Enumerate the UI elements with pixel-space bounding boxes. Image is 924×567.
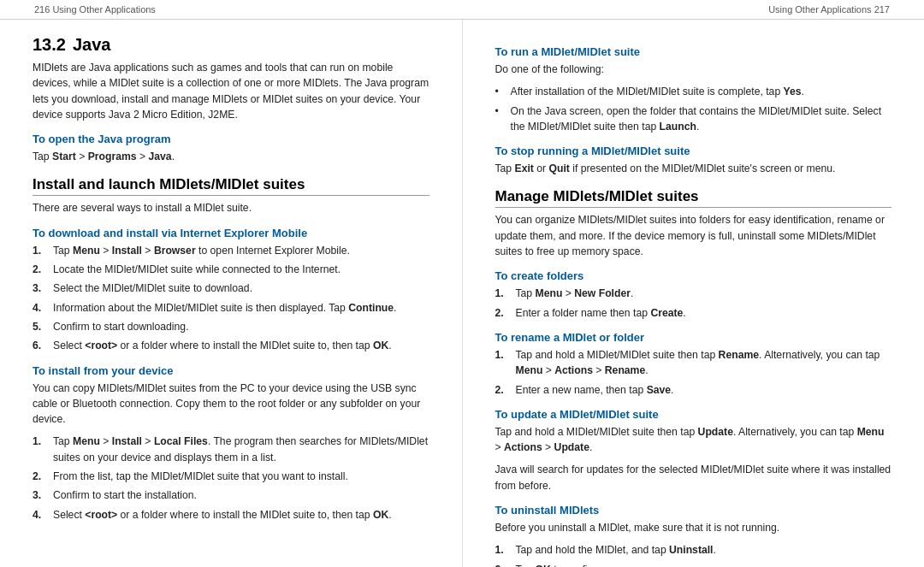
uninstall-steps-list: 1. Tap and hold the MIDlet, and tap Unin… <box>495 542 892 567</box>
stop-text: Tap Exit or Quit if presented on the MID… <box>495 161 892 176</box>
manage-intro: You can organize MIDlets/MIDlet suites i… <box>495 212 892 259</box>
folders-steps-list: 1. Tap Menu > New Folder. 2. Enter a fol… <box>495 286 892 321</box>
list-item: 1. Tap Menu > Install > Local Files. The… <box>33 434 429 465</box>
run-intro: Do one of the following: <box>495 62 892 77</box>
folders-heading: To create folders <box>495 269 892 282</box>
run-heading: To run a MIDlet/MIDlet suite <box>495 45 892 58</box>
open-java-text: Tap Start > Programs > Java. <box>33 149 429 164</box>
list-item: 2. Enter a new name, then tap Save. <box>495 382 892 398</box>
list-item: 2. Enter a folder name then tap Create. <box>495 305 892 321</box>
list-item: 1. Tap Menu > Install > Browser to open … <box>33 243 429 258</box>
install-heading: Install and launch MIDlets/MIDlet suites <box>33 176 429 196</box>
list-item: 2. Locate the MIDlet/MIDlet suite while … <box>33 262 429 277</box>
list-item: 2. Tap OK to confirm. <box>495 562 892 567</box>
stop-heading: To stop running a MIDlet/MIDlet suite <box>495 145 892 157</box>
section-number: 13.2 <box>33 35 66 55</box>
list-item: 4. Information about the MIDlet/MIDlet s… <box>33 300 429 316</box>
list-item: 1. Tap and hold the MIDlet, and tap Unin… <box>495 542 892 558</box>
list-item: 1. Tap Menu > New Folder. <box>495 286 892 301</box>
ie-steps-list: 1. Tap Menu > Install > Browser to open … <box>33 243 429 354</box>
update-text: Tap and hold a MIDlet/MIDlet suite then … <box>495 424 892 456</box>
section-title: Java <box>73 35 111 55</box>
install-sub: There are several ways to install a MIDl… <box>33 200 429 216</box>
top-bar: 216 Using Other Applications Using Other… <box>0 0 924 20</box>
list-item: 1. Tap and hold a MIDlet/MIDlet suite th… <box>495 347 892 379</box>
list-item: • After installation of the MIDlet/MIDle… <box>495 84 892 99</box>
device-steps-list: 1. Tap Menu > Install > Local Files. The… <box>33 434 429 522</box>
list-item: 2. From the list, tap the MIDlet/MIDlet … <box>33 469 429 484</box>
update-text2: Java will search for updates for the sel… <box>495 462 892 493</box>
open-java-heading: To open the Java program <box>33 133 429 145</box>
manage-heading: Manage MIDlets/MIDlet suites <box>495 188 892 208</box>
page-header-right: Using Other Applications 217 <box>768 4 890 15</box>
run-bullets-list: • After installation of the MIDlet/MIDle… <box>495 84 892 134</box>
left-column: 13.2 Java MIDlets are Java applications … <box>0 20 463 567</box>
list-item: 3. Confirm to start the installation. <box>33 487 429 503</box>
ie-heading: To download and install via Internet Exp… <box>33 227 429 239</box>
list-item: 4. Select <root> or a folder where to in… <box>33 507 429 523</box>
list-item: • On the Java screen, open the folder th… <box>495 103 892 135</box>
list-item: 6. Select <root> or a folder where to in… <box>33 338 429 353</box>
device-intro: You can copy MIDlets/MIDlet suites from … <box>33 381 429 428</box>
rename-heading: To rename a MIDlet or folder <box>495 331 892 344</box>
list-item: 3. Select the MIDlet/MIDlet suite to dow… <box>33 281 429 296</box>
right-column: To run a MIDlet/MIDlet suite Do one of t… <box>463 20 925 567</box>
page-header-left: 216 Using Other Applications <box>34 4 156 15</box>
uninstall-heading: To uninstall MIDlets <box>495 504 892 517</box>
rename-steps-list: 1. Tap and hold a MIDlet/MIDlet suite th… <box>495 347 892 398</box>
uninstall-intro: Before you uninstall a MIDlet, make sure… <box>495 520 892 535</box>
device-heading: To install from your device <box>33 364 429 377</box>
intro-text: MIDlets are Java applications such as ga… <box>33 60 429 122</box>
update-heading: To update a MIDlet/MIDlet suite <box>495 408 892 421</box>
list-item: 5. Confirm to start downloading. <box>33 319 429 334</box>
